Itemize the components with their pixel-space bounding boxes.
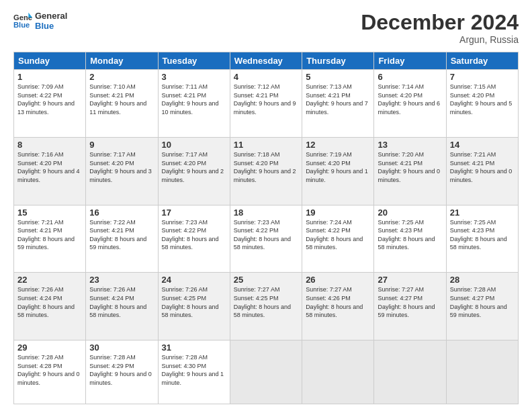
empty-cell-4-4 — [302, 340, 374, 404]
header-row: Sunday Monday Tuesday Wednesday Thursday… — [14, 52, 519, 70]
header: General Blue General Blue December 2024 … — [13, 11, 519, 45]
day-2: 2Sunrise: 7:10 AM Sunset: 4:21 PM Daylig… — [86, 70, 158, 138]
day-24: 24Sunrise: 7:26 AM Sunset: 4:25 PM Dayli… — [158, 273, 230, 340]
svg-text:Blue: Blue — [13, 21, 30, 29]
day-20: 20Sunrise: 7:25 AM Sunset: 4:23 PM Dayli… — [374, 205, 446, 273]
logo-general: General — [35, 11, 67, 21]
day-14: 14Sunrise: 7:21 AM Sunset: 4:21 PM Dayli… — [446, 137, 518, 205]
col-tuesday: Tuesday — [158, 52, 230, 70]
day-21: 21Sunrise: 7:25 AM Sunset: 4:23 PM Dayli… — [446, 205, 518, 273]
month-title: December 2024 — [361, 11, 519, 34]
logo-blue: Blue — [35, 21, 67, 31]
day-6: 6Sunrise: 7:14 AM Sunset: 4:20 PM Daylig… — [374, 70, 446, 138]
week-row-5: 29Sunrise: 7:28 AM Sunset: 4:28 PM Dayli… — [14, 340, 519, 404]
col-sunday: Sunday — [14, 52, 86, 70]
col-monday: Monday — [86, 52, 158, 70]
day-31: 31Sunrise: 7:28 AM Sunset: 4:30 PM Dayli… — [158, 340, 230, 404]
calendar-table: Sunday Monday Tuesday Wednesday Thursday… — [13, 52, 519, 404]
day-29: 29Sunrise: 7:28 AM Sunset: 4:28 PM Dayli… — [14, 340, 86, 404]
col-wednesday: Wednesday — [230, 52, 302, 70]
page: General Blue General Blue December 2024 … — [0, 0, 532, 411]
day-3: 3Sunrise: 7:11 AM Sunset: 4:21 PM Daylig… — [158, 70, 230, 138]
day-26: 26Sunrise: 7:27 AM Sunset: 4:26 PM Dayli… — [302, 273, 374, 340]
empty-cell-4-3 — [230, 340, 302, 404]
day-17: 17Sunrise: 7:23 AM Sunset: 4:22 PM Dayli… — [158, 205, 230, 273]
day-1: 1Sunrise: 7:09 AM Sunset: 4:22 PM Daylig… — [14, 70, 86, 138]
day-23: 23Sunrise: 7:26 AM Sunset: 4:24 PM Dayli… — [86, 273, 158, 340]
day-27: 27Sunrise: 7:27 AM Sunset: 4:27 PM Dayli… — [374, 273, 446, 340]
empty-cell-4-6 — [446, 340, 518, 404]
day-15: 15Sunrise: 7:21 AM Sunset: 4:21 PM Dayli… — [14, 205, 86, 273]
empty-cell-4-5 — [374, 340, 446, 404]
day-18: 18Sunrise: 7:23 AM Sunset: 4:22 PM Dayli… — [230, 205, 302, 273]
day-25: 25Sunrise: 7:27 AM Sunset: 4:25 PM Dayli… — [230, 273, 302, 340]
location-subtitle: Argun, Russia — [361, 34, 519, 45]
day-13: 13Sunrise: 7:20 AM Sunset: 4:21 PM Dayli… — [374, 137, 446, 205]
title-block: December 2024 Argun, Russia — [361, 11, 519, 45]
day-8: 8Sunrise: 7:16 AM Sunset: 4:20 PM Daylig… — [14, 137, 86, 205]
day-30: 30Sunrise: 7:28 AM Sunset: 4:29 PM Dayli… — [86, 340, 158, 404]
day-10: 10Sunrise: 7:17 AM Sunset: 4:20 PM Dayli… — [158, 137, 230, 205]
col-thursday: Thursday — [302, 52, 374, 70]
week-row-4: 22Sunrise: 7:26 AM Sunset: 4:24 PM Dayli… — [14, 273, 519, 340]
day-16: 16Sunrise: 7:22 AM Sunset: 4:21 PM Dayli… — [86, 205, 158, 273]
col-friday: Friday — [374, 52, 446, 70]
week-row-2: 8Sunrise: 7:16 AM Sunset: 4:20 PM Daylig… — [14, 137, 519, 205]
day-11: 11Sunrise: 7:18 AM Sunset: 4:20 PM Dayli… — [230, 137, 302, 205]
logo: General Blue General Blue — [13, 11, 67, 31]
day-12: 12Sunrise: 7:19 AM Sunset: 4:20 PM Dayli… — [302, 137, 374, 205]
week-row-3: 15Sunrise: 7:21 AM Sunset: 4:21 PM Dayli… — [14, 205, 519, 273]
col-saturday: Saturday — [446, 52, 518, 70]
day-9: 9Sunrise: 7:17 AM Sunset: 4:20 PM Daylig… — [86, 137, 158, 205]
week-row-1: 1Sunrise: 7:09 AM Sunset: 4:22 PM Daylig… — [14, 70, 519, 138]
day-19: 19Sunrise: 7:24 AM Sunset: 4:22 PM Dayli… — [302, 205, 374, 273]
day-7: 7Sunrise: 7:15 AM Sunset: 4:20 PM Daylig… — [446, 70, 518, 138]
day-5: 5Sunrise: 7:13 AM Sunset: 4:21 PM Daylig… — [302, 70, 374, 138]
day-22: 22Sunrise: 7:26 AM Sunset: 4:24 PM Dayli… — [14, 273, 86, 340]
day-4: 4Sunrise: 7:12 AM Sunset: 4:21 PM Daylig… — [230, 70, 302, 138]
logo-icon: General Blue — [13, 11, 32, 30]
day-28: 28Sunrise: 7:28 AM Sunset: 4:27 PM Dayli… — [446, 273, 518, 340]
